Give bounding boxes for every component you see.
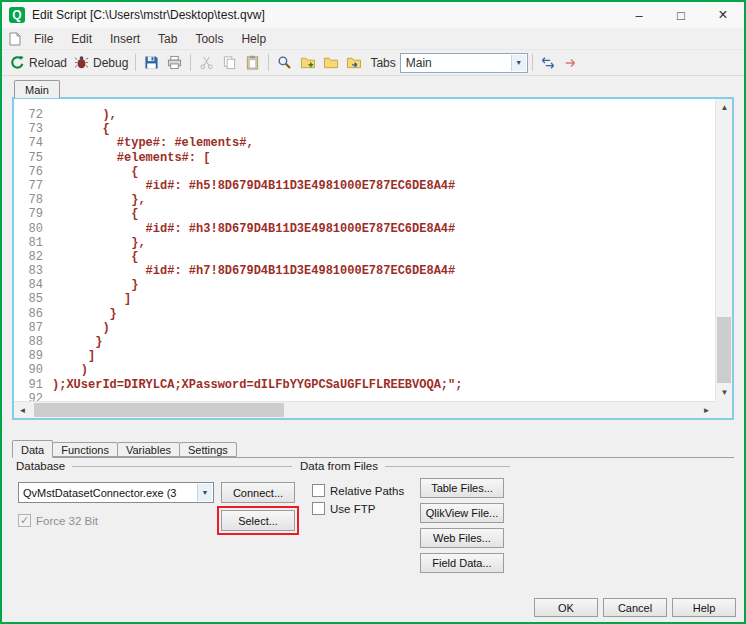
save-button[interactable] xyxy=(140,53,163,73)
group-divider xyxy=(72,466,292,467)
tab-functions[interactable]: Functions xyxy=(52,442,118,457)
field-data-button[interactable]: Field Data... xyxy=(420,553,504,573)
save-icon xyxy=(143,55,160,71)
line-number: 75 xyxy=(14,151,52,165)
help-button[interactable]: Help xyxy=(672,598,736,617)
vertical-scroll-thumb[interactable] xyxy=(717,317,731,383)
toolbar-separator xyxy=(135,54,136,71)
code-line: 84 } xyxy=(14,278,715,292)
include-file-button[interactable] xyxy=(342,53,365,73)
select-button[interactable]: Select... xyxy=(221,510,295,531)
line-number: 72 xyxy=(14,108,52,122)
code-line: 81 }, xyxy=(14,236,715,250)
vertical-scrollbar[interactable]: ▲ ▼ xyxy=(715,99,732,401)
tab-data[interactable]: Data xyxy=(12,440,53,458)
files-group-label: Data from Files xyxy=(300,460,378,472)
line-number: 77 xyxy=(14,179,52,193)
tab-variables[interactable]: Variables xyxy=(117,442,180,457)
code-text: ), xyxy=(52,108,117,122)
tab-main[interactable]: Main xyxy=(14,80,60,98)
line-number: 81 xyxy=(14,236,52,250)
line-number: 87 xyxy=(14,321,52,335)
use-ftp-checkbox[interactable] xyxy=(312,502,325,515)
line-number: 74 xyxy=(14,136,52,150)
code-text: }, xyxy=(52,193,146,207)
demote-tab-button xyxy=(560,53,583,73)
copy-button xyxy=(218,53,241,73)
tab-settings[interactable]: Settings xyxy=(179,442,237,457)
code-line: 89 ] xyxy=(14,349,715,363)
connect-button[interactable]: Connect... xyxy=(221,482,295,503)
cut-icon xyxy=(198,55,215,71)
code-line: 78 }, xyxy=(14,193,715,207)
code-text: #id#: #h5!8D679D4B11D3E4981000E787EC6DE8… xyxy=(52,179,455,193)
line-number: 80 xyxy=(14,222,52,236)
code-text: );XUserId=DIRYLCA;XPassword=dILFbYYGPCSa… xyxy=(52,378,462,392)
code-text: }, xyxy=(52,236,146,250)
code-text: { xyxy=(52,122,110,136)
code-text: ] xyxy=(52,292,131,306)
toolbar: Reload Debug xyxy=(2,50,744,76)
reload-icon xyxy=(9,55,26,71)
qlikview-file-button[interactable]: QlikView File... xyxy=(420,503,504,523)
chevron-down-icon[interactable]: ▼ xyxy=(197,484,212,501)
web-files-button[interactable]: Web Files... xyxy=(420,528,504,548)
table-files-button[interactable]: Table Files... xyxy=(420,478,504,498)
print-button[interactable] xyxy=(163,53,186,73)
code-text: ) xyxy=(52,321,110,335)
insert-tab-button[interactable] xyxy=(296,53,319,73)
qlikview-logo-icon: Q xyxy=(9,7,25,23)
reload-button[interactable]: Reload xyxy=(6,53,70,73)
cancel-button[interactable]: Cancel xyxy=(603,598,667,617)
force-32bit-checkbox: ✓ xyxy=(18,514,31,527)
tab-selector-value: Main xyxy=(406,56,432,70)
database-connector-select[interactable]: QvMstDatasetConnector.exe (3 ▼ xyxy=(18,482,214,503)
scroll-up-icon[interactable]: ▲ xyxy=(716,99,733,116)
window-controls: – □ × xyxy=(618,2,744,28)
line-number: 89 xyxy=(14,349,52,363)
scroll-down-icon[interactable]: ▼ xyxy=(716,384,733,401)
minimize-button[interactable]: – xyxy=(618,2,660,28)
code-line: 87 ) xyxy=(14,321,715,335)
menu-file[interactable]: File xyxy=(25,29,62,49)
code-text: { xyxy=(52,165,138,179)
debug-label: Debug xyxy=(93,56,128,70)
code-text: } xyxy=(52,307,117,321)
database-group-label: Database xyxy=(16,460,65,472)
relative-paths-checkbox[interactable] xyxy=(312,484,325,497)
force-32bit-label: Force 32 Bit xyxy=(36,515,98,527)
code-text: } xyxy=(52,278,138,292)
menu-help[interactable]: Help xyxy=(232,29,275,49)
tab-selector[interactable]: Main ▼ xyxy=(400,53,528,73)
relative-paths-row: Relative Paths xyxy=(312,484,404,497)
use-ftp-row: Use FTP xyxy=(312,502,375,515)
horizontal-scrollbar[interactable]: ◄ ► xyxy=(14,401,715,418)
menu-bar: File Edit Insert Tab Tools Help xyxy=(2,28,744,50)
script-text-area[interactable]: 72 ), 73 { 74 #type#: #elements#, 75 #el… xyxy=(14,99,715,401)
menu-edit[interactable]: Edit xyxy=(62,29,101,49)
find-button[interactable] xyxy=(273,53,296,73)
code-line: 91);XUserId=DIRYLCA;XPassword=dILFbYYGPC… xyxy=(14,378,715,392)
script-editor: 72 ), 73 { 74 #type#: #elements#, 75 #el… xyxy=(12,97,734,420)
code-text: { xyxy=(52,207,138,221)
menu-tools[interactable]: Tools xyxy=(186,29,232,49)
open-script-button[interactable] xyxy=(319,53,342,73)
debug-button[interactable]: Debug xyxy=(70,53,131,73)
line-number: 79 xyxy=(14,207,52,221)
code-line: 74 #type#: #elements#, xyxy=(14,136,715,150)
scroll-left-icon[interactable]: ◄ xyxy=(14,402,31,419)
scrollbar-corner xyxy=(715,401,732,418)
paste-button[interactable] xyxy=(241,53,264,73)
horizontal-scroll-thumb[interactable] xyxy=(34,403,284,417)
scroll-right-icon[interactable]: ► xyxy=(698,402,715,419)
chevron-down-icon[interactable]: ▼ xyxy=(511,55,526,71)
menu-tab[interactable]: Tab xyxy=(149,29,186,49)
line-number: 88 xyxy=(14,335,52,349)
menu-insert[interactable]: Insert xyxy=(101,29,149,49)
script-page-icon xyxy=(7,32,23,46)
ok-button[interactable]: OK xyxy=(534,598,598,617)
maximize-button[interactable]: □ xyxy=(660,2,702,28)
code-text: #id#: #h3!8D679D4B11D3E4981000E787EC6DE8… xyxy=(52,222,455,236)
close-button[interactable]: × xyxy=(702,2,744,28)
promote-tab-button[interactable] xyxy=(537,53,560,73)
